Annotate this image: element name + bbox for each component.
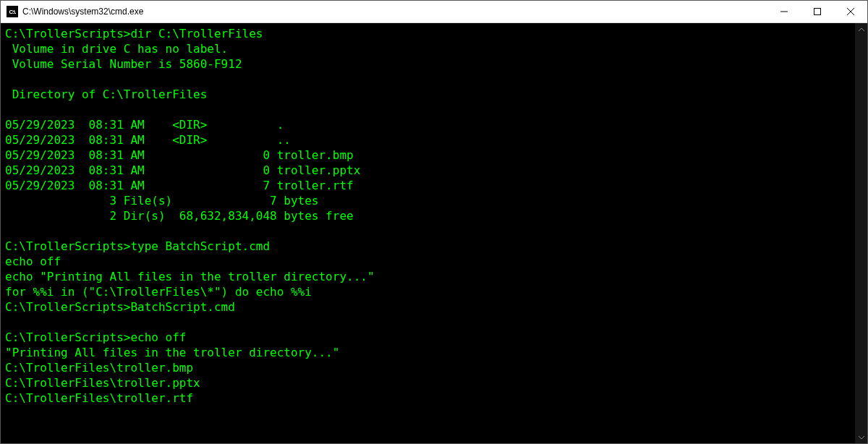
scroll-up-arrow-icon[interactable] — [855, 23, 867, 35]
terminal-area: C:\TrollerScripts>dir C:\TrollerFiles Vo… — [1, 23, 867, 443]
titlebar[interactable]: C:\. C:\Windows\system32\cmd.exe — [1, 1, 867, 23]
cmd-window: C:\. C:\Windows\system32\cmd.exe C:\Trol… — [0, 0, 868, 444]
cmd-icon: C:\. — [7, 6, 18, 17]
close-button[interactable] — [834, 1, 867, 22]
scroll-down-arrow-icon[interactable] — [855, 431, 867, 443]
window-controls — [767, 1, 867, 22]
terminal-output[interactable]: C:\TrollerScripts>dir C:\TrollerFiles Vo… — [1, 23, 855, 443]
minimize-button[interactable] — [767, 1, 801, 22]
svg-rect-1 — [814, 9, 821, 15]
vertical-scrollbar[interactable] — [855, 23, 867, 443]
maximize-button[interactable] — [801, 1, 834, 22]
window-title: C:\Windows\system32\cmd.exe — [22, 7, 767, 17]
